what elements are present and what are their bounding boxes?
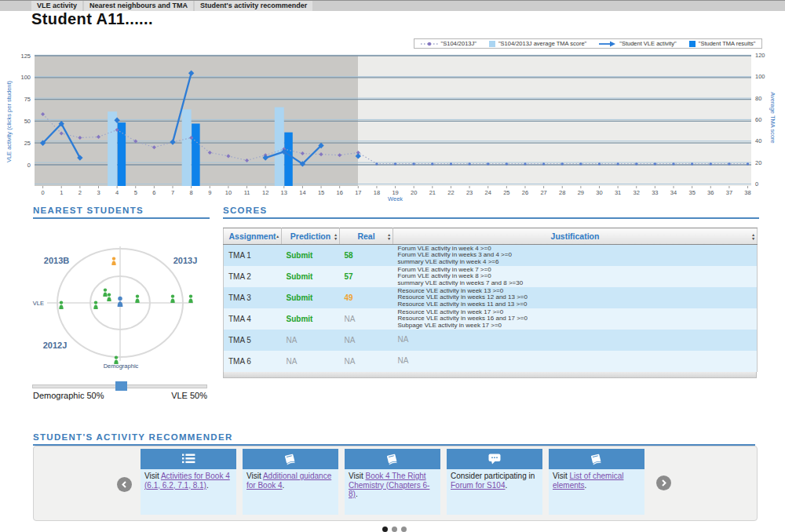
demographic-vle-slider-handle[interactable] — [115, 381, 127, 391]
justification-na: NA — [398, 358, 758, 365]
scores-col-label: Justification — [551, 231, 600, 241]
comment-icon — [488, 454, 501, 465]
card-text: Consider participating in Forum for S104… — [447, 469, 542, 492]
scores-col-header-assignment[interactable]: Assignment▴ — [224, 228, 282, 245]
real-cell: NA — [340, 351, 393, 372]
svg-text:15: 15 — [318, 189, 324, 196]
student-icon[interactable] — [107, 293, 111, 301]
assignment-cell: TMA 2 — [224, 266, 282, 287]
card-icon-header — [447, 449, 542, 469]
pager-dot[interactable] — [401, 527, 407, 532]
prediction-cell: Submit — [282, 266, 340, 287]
student-icon[interactable] — [188, 294, 192, 303]
student-icon[interactable] — [59, 301, 63, 309]
justification-line: summary VLE activity in week 4 >=6 — [398, 259, 758, 266]
prediction-value: Submit — [287, 272, 313, 281]
svg-text:0: 0 — [755, 180, 758, 188]
book-icon — [590, 454, 604, 465]
svg-text:40: 40 — [755, 137, 761, 144]
card-text: Visit Book 4 The Right Chemistry (Chapte… — [345, 469, 440, 501]
recommendation-link[interactable]: Forum for S104 — [451, 481, 505, 490]
prediction-value: Submit — [287, 315, 313, 323]
arrow-line-marker-icon — [599, 41, 616, 47]
svg-text:20: 20 — [755, 159, 761, 166]
scores-col-label: Real — [357, 231, 374, 241]
card-text-prefix: Visit — [246, 472, 263, 480]
slider-right-label: VLE 50% — [32, 391, 207, 400]
current-student-icon[interactable] — [118, 297, 123, 307]
legend-label: "Student VLE activity" — [619, 40, 676, 47]
pager-dot[interactable] — [382, 527, 388, 532]
svg-text:25: 25 — [24, 140, 31, 147]
real-cell: 57 — [340, 266, 393, 287]
svg-text:25: 25 — [503, 189, 509, 196]
real-cell: 58 — [340, 245, 393, 267]
svg-text:31: 31 — [615, 189, 621, 196]
svg-text:VLE activity (clicks per stude: VLE activity (clicks per student) — [5, 80, 13, 162]
student-icon[interactable] — [114, 355, 118, 364]
real-score-value: 58 — [345, 251, 353, 260]
legend-item[interactable]: "S104/2013J average TMA score" — [489, 40, 586, 47]
nearest-plot-label: 2013J — [173, 256, 198, 265]
scores-col-label: Prediction — [290, 231, 330, 241]
svg-text:21: 21 — [429, 189, 436, 196]
card-text-suffix: . — [505, 481, 507, 490]
scores-col-label: Assignment — [228, 231, 276, 241]
svg-text:60: 60 — [755, 116, 761, 123]
recommendation-card: Visit Activities for Book 4 (6.1, 6.2, 7… — [141, 449, 236, 515]
svg-text:10: 10 — [225, 189, 232, 196]
prediction-cell: Submit — [282, 245, 340, 267]
page-title: Student A11...... — [31, 10, 153, 28]
nearest-students-heading: NEAREST STUDENTS — [33, 206, 210, 219]
scores-col-header-prediction[interactable]: Prediction▴▾ — [282, 228, 340, 245]
scores-heading: SCORES — [223, 206, 759, 219]
student-icon[interactable] — [135, 294, 139, 303]
scores-col-header-real[interactable]: Real▴▾ — [340, 228, 393, 245]
card-icon-header — [243, 449, 338, 469]
legend-item[interactable]: "Student TMA results" — [689, 40, 756, 47]
assignment-cell: TMA 5 — [224, 330, 282, 351]
legend-item[interactable]: "Student VLE activity" — [599, 40, 676, 47]
svg-text:33: 33 — [652, 189, 658, 196]
student-icon[interactable] — [111, 257, 115, 265]
svg-text:100: 100 — [755, 73, 765, 80]
justification-cell: NA — [393, 330, 758, 351]
svg-text:27: 27 — [540, 189, 546, 196]
scores-row-tma-2: TMA 2Submit57Forum VLE activity in week … — [224, 266, 758, 287]
svg-text:24: 24 — [485, 189, 491, 196]
card-icon-header — [345, 449, 440, 469]
svg-text:120: 120 — [755, 52, 765, 59]
sort-both-icon: ▴▾ — [388, 233, 390, 240]
legend-item[interactable]: "S104/2013J" — [421, 40, 476, 47]
justification-cell: Forum VLE activity in week 7 >=0Forum VL… — [393, 266, 758, 287]
tab-student-s-activity-recommender[interactable]: Student's activity recommender — [195, 1, 312, 11]
student-icon[interactable] — [170, 294, 174, 303]
scores-row-tma-1: TMA 1Submit58Forum VLE activity in week … — [224, 245, 758, 267]
legend-label: "S104/2013J" — [441, 40, 476, 47]
square-marker-icon — [489, 41, 495, 47]
card-text-prefix: Consider participating in — [451, 472, 535, 480]
justification-cell: Resource VLE activity in week 13 >=0Reso… — [393, 287, 758, 308]
justification-na: NA — [398, 337, 758, 344]
card-text-prefix: Visit — [144, 472, 161, 480]
carousel-prev-button[interactable] — [117, 477, 132, 492]
svg-text:3: 3 — [97, 189, 100, 196]
svg-text:12: 12 — [262, 189, 268, 196]
pager-dot[interactable] — [392, 527, 397, 532]
prediction-value: Submit — [287, 293, 313, 302]
svg-text:80: 80 — [755, 95, 761, 102]
justification-cell: NA — [393, 351, 758, 372]
assignment-cell: TMA 1 — [224, 245, 282, 267]
real-cell: NA — [340, 308, 393, 330]
svg-text:30: 30 — [596, 189, 602, 196]
recommendation-card: Visit Book 4 The Right Chemistry (Chapte… — [345, 449, 440, 515]
svg-text:14: 14 — [299, 189, 305, 196]
svg-text:17: 17 — [355, 189, 361, 196]
student-icon[interactable] — [93, 301, 97, 309]
real-score-value: NA — [345, 315, 356, 323]
card-text-suffix: . — [283, 481, 285, 490]
carousel-next-button[interactable] — [656, 476, 671, 490]
scores-col-header-justification[interactable]: Justification▴▾ — [393, 228, 758, 245]
student-icon[interactable] — [103, 288, 107, 297]
recommender-heading: STUDENT'S ACTIVITY RECOMMENDER — [33, 432, 755, 446]
